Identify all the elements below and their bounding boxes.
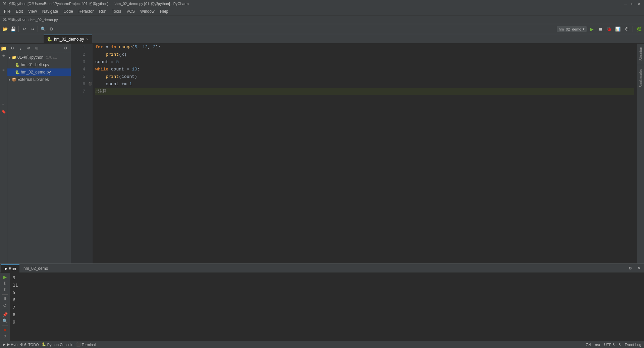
external-expand-icon: ▸ <box>9 78 11 82</box>
editor-tab-hm02[interactable]: 🐍 hm_02_demo.py ✕ <box>44 35 92 43</box>
toolbar-profile-btn[interactable]: ⏱ <box>623 26 630 33</box>
scroll-to-end-btn[interactable]: ⬇ <box>1 281 9 286</box>
menu-bar: File Edit View Navigate Code Refactor Ru… <box>0 7 644 15</box>
breadcrumb-bar: 01-初识python › hm_02_demo.py <box>0 15 644 24</box>
project-toolbar-btn2[interactable]: ↕ <box>17 45 24 52</box>
right-panel: Structure Bookmarks <box>637 44 644 263</box>
sidebar-bookmarks-icon[interactable]: 🔖 <box>0 108 7 115</box>
folder-icon: 📁 <box>12 55 16 60</box>
project-toolbar-btn3[interactable]: ⊕ <box>25 45 32 52</box>
bottom-settings-btn[interactable]: ⚙ <box>627 265 634 272</box>
breadcrumb-file[interactable]: hm_02_demo.py <box>31 18 58 22</box>
bookmarks-panel-label[interactable]: Bookmarks <box>638 67 644 90</box>
minimize-button[interactable]: — <box>623 1 628 6</box>
status-todo-btn[interactable]: ⊙ 6: TODO <box>20 342 39 347</box>
status-run-icon: ▶ <box>3 342 5 347</box>
menu-run[interactable]: Run <box>96 8 109 14</box>
toolbar-save-btn[interactable]: 💾 <box>9 26 17 33</box>
output-line-3: 5 <box>13 289 641 296</box>
pause-btn[interactable]: ⏸ <box>1 296 9 302</box>
sidebar-favorites-icon[interactable]: ★ <box>0 52 7 59</box>
status-terminal-icon: ⬛ <box>76 342 81 347</box>
project-settings-btn[interactable]: ⚙ <box>62 45 69 52</box>
tab-close-icon[interactable]: ✕ <box>86 38 89 41</box>
close-run-tab-btn[interactable]: ✕ <box>1 327 9 333</box>
pin-output-btn[interactable]: 📌 <box>1 312 9 317</box>
menu-help[interactable]: Help <box>157 8 171 14</box>
tree-external-libraries[interactable]: ▸ 📦 External Libraries <box>7 76 71 83</box>
code-editor[interactable]: 1 2 3 4 5 6 7 ⚫ for x in range( <box>71 44 637 263</box>
output-line-1: 9 <box>13 274 641 282</box>
menu-vcs[interactable]: VCS <box>124 8 138 14</box>
code-lines[interactable]: for x in range(5, 12, 2): print(x) count… <box>93 44 637 263</box>
status-event-log[interactable]: Event Log <box>625 343 641 347</box>
toolbar-settings-btn[interactable]: ⚙ <box>48 26 55 33</box>
bottom-tab-run[interactable]: ▶ Run <box>1 264 19 272</box>
run-controls: ▶ ⬇ ⬆ ⏸ ↺ 📌 🔍 ✕ ? <box>0 273 10 341</box>
breadcrumb-project[interactable]: 01-初识python <box>3 17 26 22</box>
menu-code[interactable]: Code <box>61 8 76 14</box>
scroll-up-btn[interactable]: ⬆ <box>1 287 9 293</box>
run-config-selector[interactable]: hm_02_demo ▾ <box>557 26 587 32</box>
bottom-tab-hm02[interactable]: hm_02_demo <box>20 264 51 272</box>
main-content: 📁 ★ ≡ ✓ 🔖 ⚙ ↕ ⊕ ⊞ ⚙ ▾ 📁 01-初识python C:\U… <box>0 44 644 263</box>
tree-file-hm01[interactable]: 🐍 hm_01_hello.py <box>7 61 71 68</box>
status-encoding[interactable]: UTF-8 <box>604 343 614 347</box>
toolbar-search-btn[interactable]: 🔍 <box>40 26 47 33</box>
toolbar-coverage-btn[interactable]: 📊 <box>614 26 622 33</box>
output-line-2: 11 <box>13 282 641 289</box>
status-python-icon: 🐍 <box>42 342 46 347</box>
code-line-5: print(count) <box>95 73 634 81</box>
menu-tools[interactable]: Tools <box>109 8 124 14</box>
status-lineending[interactable]: 8 <box>619 343 621 347</box>
project-collapse-btn[interactable]: ⊞ <box>33 45 40 52</box>
code-line-6: count += 1 <box>95 81 634 88</box>
menu-refactor[interactable]: Refactor <box>76 8 96 14</box>
maximize-button[interactable]: □ <box>630 1 635 6</box>
tree-file-hm02[interactable]: 🐍 hm_02_demo.py <box>7 68 71 76</box>
sidebar-structure-icon[interactable]: ≡ <box>0 66 7 73</box>
rerun-button[interactable]: ▶ <box>1 274 9 280</box>
python-file-icon: 🐍 <box>15 63 20 67</box>
project-panel: ⚙ ↕ ⊕ ⊞ ⚙ ▾ 📁 01-初识python C:\Us... 🐍 hm_… <box>7 44 71 263</box>
bottom-close-btn[interactable]: ✕ <box>635 265 643 272</box>
sidebar-todo-icon[interactable]: ✓ <box>0 101 7 107</box>
toolbar-git-btn[interactable]: 🌿 <box>635 26 643 33</box>
close-button[interactable]: ✕ <box>637 1 641 6</box>
filter-output-btn[interactable]: 🔍 <box>1 318 9 324</box>
title-bar: 01-初识python [C:\Users\Bruce\PycharmProje… <box>0 0 644 7</box>
run-button[interactable]: ▶ <box>588 26 595 33</box>
toolbar-open-btn[interactable]: 📂 <box>1 26 9 33</box>
status-position[interactable]: 7:4 <box>586 343 591 347</box>
menu-window[interactable]: Window <box>138 8 157 14</box>
menu-file[interactable]: File <box>1 8 13 14</box>
project-toolbar: ⚙ ↕ ⊕ ⊞ ⚙ <box>7 44 71 53</box>
menu-view[interactable]: View <box>25 8 40 14</box>
menu-edit[interactable]: Edit <box>13 8 25 14</box>
toolbar-redo-btn[interactable]: ↪ <box>29 26 36 33</box>
bottom-tab-bar: ▶ Run hm_02_demo ⚙ ✕ <box>0 264 644 273</box>
structure-panel-label[interactable]: Structure <box>638 44 644 63</box>
tab-filename: hm_02_demo.py <box>54 37 84 42</box>
stop-button[interactable]: ⏹ <box>597 26 604 33</box>
sidebar-project-icon[interactable]: 📁 <box>0 45 7 52</box>
debug-button[interactable]: 🐞 <box>605 26 613 33</box>
rerun2-btn[interactable]: ↺ <box>1 303 9 308</box>
folder-expand-icon: ▾ <box>9 55 11 60</box>
status-run-btn[interactable]: ▶ ▶ Run <box>3 342 17 347</box>
run-tab-icon: ▶ <box>5 266 7 271</box>
external-folder-icon: 📦 <box>12 78 16 82</box>
output-line-4: 6 <box>13 296 641 304</box>
status-terminal-btn[interactable]: ⬛ Terminal <box>76 342 96 347</box>
output-line-5: 7 <box>13 304 641 311</box>
menu-navigate[interactable]: Navigate <box>40 8 61 14</box>
output-line-7: 9 <box>13 318 641 326</box>
status-linesep[interactable]: n/a <box>595 343 600 347</box>
help-btn[interactable]: ? <box>1 334 9 339</box>
tree-root-folder[interactable]: ▾ 📁 01-初识python C:\Us... <box>7 54 71 61</box>
toolbar-undo-btn[interactable]: ↩ <box>20 26 28 33</box>
status-python-console-btn[interactable]: 🐍 Python Console <box>42 342 73 347</box>
project-tree: ▾ 📁 01-初识python C:\Us... 🐍 hm_01_hello.p… <box>7 53 71 263</box>
project-toolbar-btn1[interactable]: ⚙ <box>9 45 16 52</box>
bottom-panel: ▶ Run hm_02_demo ⚙ ✕ ▶ ⬇ ⬆ ⏸ ↺ 📌 🔍 ✕ ? <box>0 263 644 341</box>
